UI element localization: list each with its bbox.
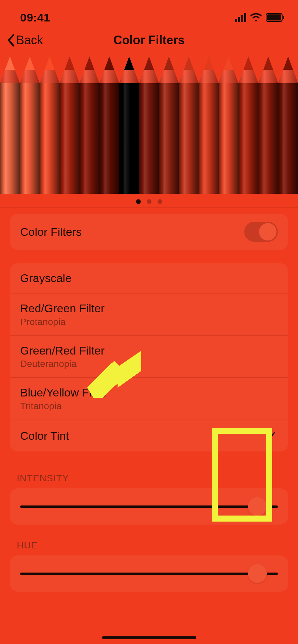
intensity-header: INTENSITY bbox=[0, 458, 298, 488]
color-filters-toggle[interactable] bbox=[244, 222, 278, 242]
filter-sublabel: Protanopia bbox=[20, 317, 104, 327]
pencil bbox=[139, 56, 159, 194]
pencil bbox=[40, 56, 59, 194]
pencil bbox=[59, 56, 79, 194]
pencil bbox=[0, 56, 20, 194]
battery-icon bbox=[266, 13, 285, 22]
pencil bbox=[159, 56, 179, 194]
slider-thumb[interactable] bbox=[248, 497, 267, 516]
page-dot[interactable] bbox=[147, 199, 152, 204]
pencil bbox=[219, 56, 239, 194]
filter-row-grayscale[interactable]: Grayscale bbox=[10, 263, 288, 293]
intensity-slider-card bbox=[10, 488, 288, 525]
page-dot[interactable] bbox=[158, 199, 162, 204]
filter-sublabel: Deuteranopia bbox=[20, 359, 104, 369]
pencil bbox=[80, 56, 99, 194]
filter-label: Blue/Yellow Filter bbox=[20, 386, 108, 399]
pencil bbox=[278, 56, 298, 194]
filter-row-blue-yellow-filter[interactable]: Blue/Yellow FilterTritanopia bbox=[10, 377, 288, 420]
status-time: 09:41 bbox=[20, 11, 50, 24]
pencil bbox=[20, 56, 40, 194]
hue-header: HUE bbox=[0, 525, 298, 555]
toggle-label: Color Filters bbox=[20, 225, 82, 239]
pencil bbox=[99, 56, 119, 194]
page-title: Color Filters bbox=[0, 33, 298, 47]
page-dots[interactable] bbox=[0, 194, 298, 208]
filters-list: GrayscaleRed/Green FilterProtanopiaGreen… bbox=[10, 263, 288, 451]
status-icons bbox=[235, 13, 285, 22]
color-preview[interactable] bbox=[0, 56, 298, 194]
pencil bbox=[258, 56, 278, 194]
slider-track bbox=[20, 505, 278, 508]
filter-sublabel: Tritanopia bbox=[20, 401, 108, 412]
filter-label: Grayscale bbox=[20, 271, 72, 285]
nav-bar: Back Color Filters bbox=[0, 30, 298, 56]
hue-slider-card bbox=[10, 555, 288, 592]
cellular-icon bbox=[235, 13, 246, 22]
checkmark-icon: ✓ bbox=[266, 428, 278, 443]
filter-row-red-green-filter[interactable]: Red/Green FilterProtanopia bbox=[10, 293, 288, 335]
hue-slider[interactable] bbox=[20, 566, 278, 581]
slider-track bbox=[20, 573, 278, 575]
filter-label: Red/Green Filter bbox=[20, 302, 104, 315]
slider-thumb[interactable] bbox=[248, 564, 267, 583]
svg-rect-2 bbox=[283, 16, 284, 19]
color-filters-toggle-row[interactable]: Color Filters bbox=[10, 214, 288, 250]
filter-label: Green/Red Filter bbox=[20, 344, 104, 358]
status-bar: 09:41 bbox=[0, 0, 298, 30]
page-dot[interactable] bbox=[136, 199, 141, 204]
pencil bbox=[239, 56, 258, 194]
filter-label: Color Tint bbox=[20, 429, 69, 443]
wifi-icon bbox=[250, 13, 262, 22]
svg-rect-1 bbox=[267, 14, 281, 20]
pencil bbox=[119, 56, 139, 194]
filter-row-color-tint[interactable]: Color Tint✓ bbox=[10, 420, 288, 451]
intensity-slider[interactable] bbox=[20, 499, 278, 514]
pencil bbox=[199, 56, 218, 194]
pencil bbox=[179, 56, 199, 194]
home-indicator[interactable] bbox=[102, 636, 196, 639]
toggle-card: Color Filters bbox=[10, 214, 288, 250]
filter-row-green-red-filter[interactable]: Green/Red FilterDeuteranopia bbox=[10, 335, 288, 378]
